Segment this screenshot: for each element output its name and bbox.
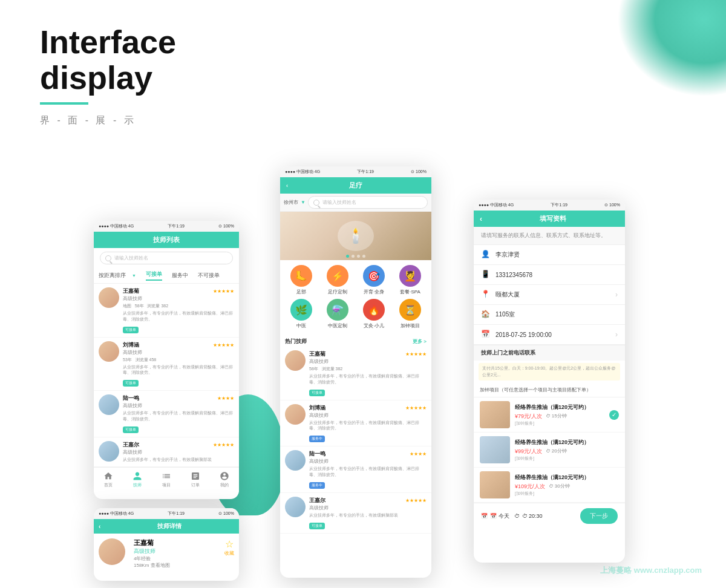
favorite-label: 收藏	[224, 550, 234, 557]
nav-project[interactable]: 项目	[162, 471, 171, 488]
watermark-text: 上海蔓略 www.cnzlapp.com	[600, 566, 702, 575]
hot-info-2: 刘博涵 ★★★★★ 高级技师 从业技师多年，有专业的手法，有效缓解肩背酸痛、淋巴…	[309, 404, 427, 443]
section-more[interactable]: 更多 >	[413, 338, 427, 345]
stats-2: 53年 浏览量 458	[123, 357, 234, 363]
back-icon-4[interactable]: ‹	[99, 523, 100, 530]
hot-level-2: 高级技师	[309, 412, 427, 419]
addon-info-2: 经络养生推油（满120元可约） ¥99元/人次 ⏱ 20分钟 [加钟服务]	[515, 439, 619, 462]
cat-label-6: 艾灸·小儿	[364, 322, 384, 329]
phone1-search[interactable]: 请输入技师姓名	[100, 252, 233, 264]
hot-therapist-3[interactable]: 陆一鸣 ★★★★ 高级技师 从业技师多年，有专业的手法，有效缓解肩背酸痛、淋巴排…	[280, 446, 431, 493]
field-phone[interactable]: 📱 13312345678	[474, 265, 625, 285]
carrier-4: ●●●● 中国移动 4G	[99, 511, 134, 517]
detail-preview: 王嘉菊 高级技师 4年经验 158Km 查看地图 ☆ 收藏	[94, 534, 239, 573]
status-bar-4: ●●●● 中国移动 4G 下午1:19 ⊙ 100%	[94, 508, 239, 519]
age-1: 58年	[135, 304, 144, 308]
phone2-foot-therapy: ●●●● 中国移动 4G 下午1:19 ⊙ 100% ‹ 足疗 ‹ 徐州市 ▼ …	[280, 166, 431, 578]
phone2-categories: 🦶 足部 ⚡ 足疗定制 🎯 开育·全身 💆 套餐·SPA 🌿 中医 ⚗️ 中医定…	[280, 260, 431, 334]
field-room[interactable]: 🏠 1105室	[474, 305, 625, 325]
nav-therapist-label: 技师	[133, 482, 142, 488]
filter-button[interactable]: 按距离排序 ▼	[99, 272, 141, 279]
hot-therapist-1[interactable]: 王嘉菊 ★★★★★ 高级技师 58年 浏览量 382 从业技师多年，有专业的手法…	[280, 347, 431, 400]
therapist-item-2[interactable]: 刘博涵 ★★★★★ 高级技师 53年 浏览量 458 从业技师多年，有专业的手法…	[94, 338, 239, 391]
addon-thumb-1	[480, 401, 510, 428]
therapist-info-3: 陆一鸣 ★★★★ 高级技师 从业技师多年，有专业的手法，有效缓解肩背酸痛、淋巴排…	[123, 394, 234, 433]
phone1-title: 技师列表	[153, 236, 180, 243]
dot-4	[362, 255, 365, 258]
addon-title-1: 经络养生推油（满120元可约）	[515, 403, 609, 411]
cat-spa[interactable]: 💆 套餐·SPA	[394, 265, 427, 295]
phone4-title: 技师详情	[104, 522, 234, 531]
therapist-name-2: 刘博涵	[123, 341, 139, 349]
hot-therapist-4[interactable]: 王嘉尔 ★★★★★ 高级技师 从业技师多年，有专业的手法，有效缓解脑部装 可接单	[280, 493, 431, 534]
addon-item-2[interactable]: 经络养生推油（满120元可约） ¥99元/人次 ⏱ 20分钟 [加钟服务]	[474, 433, 625, 468]
notice-content: 支付共15公里。白天：9:00-19:00。超公里@元2公里，超出公众服务@公里…	[482, 366, 615, 377]
phone3-subtitle: 请填写服务的联系人信息、联系方式、联系地址等。	[474, 227, 625, 245]
hot-section-header: 热门技师 更多 >	[280, 334, 431, 347]
location-1: 地图	[123, 304, 131, 308]
cat-custom[interactable]: ⚡ 足疗定制	[321, 265, 354, 295]
hot-level-4: 高级技师	[309, 505, 427, 511]
phone3-fill-info: ●●●● 中国移动 4G 下午1:19 ⊙ 100% ‹ 填写资料 请填写服务的…	[474, 200, 625, 563]
favorite-section[interactable]: ☆ 收藏	[224, 538, 234, 557]
avatar-1	[99, 287, 119, 308]
hot-name-3: 陆一鸣	[309, 450, 325, 458]
nav-mine[interactable]: 我的	[220, 471, 229, 488]
tab-serving[interactable]: 服务中	[172, 272, 188, 279]
hot-avatar-2	[285, 404, 306, 425]
cat-tcm[interactable]: 🌿 中医	[285, 299, 318, 329]
desc-1: 从业技师多年，有专业的手法，有效缓解肩背酸痛、淋巴排毒、消除疲劳。	[123, 310, 234, 322]
addon-item-3[interactable]: 经络养生推油（满120元可约） ¥109元/人次 ⏱ 30分钟 [加钟服务]	[474, 468, 625, 503]
stars-1: ★★★★★	[213, 289, 234, 294]
field-name[interactable]: 👤 李京津贤	[474, 245, 625, 265]
dot-1	[346, 255, 349, 258]
phone3-title: 填写资料	[487, 214, 619, 223]
cat-icon-custom: ⚡	[327, 265, 348, 287]
battery-1: ⊙ 100%	[218, 224, 234, 229]
cat-label-0: 足部	[296, 289, 306, 295]
hot-therapist-2[interactable]: 刘博涵 ★★★★★ 高级技师 从业技师多年，有专业的手法，有效缓解肩背酸痛、淋巴…	[280, 400, 431, 447]
nav-therapist[interactable]: 技师	[132, 471, 142, 488]
carrier-1: ●●●● 中国移动 4G	[99, 223, 134, 229]
carrier-2: ●●●● 中国移动 4G	[285, 169, 320, 175]
next-step-button[interactable]: 下一步	[580, 508, 618, 524]
watermark: 上海蔓略 www.cnzlapp.com	[600, 565, 702, 576]
nav-order[interactable]: 订单	[191, 471, 200, 488]
back-icon-3[interactable]: ‹	[480, 215, 482, 223]
level-1: 高级技师	[123, 295, 234, 302]
dot-3	[357, 255, 360, 258]
hot-badge-1: 可接单	[309, 390, 325, 396]
nav-home[interactable]: 首页	[103, 471, 113, 488]
tab-available[interactable]: 可接单	[146, 270, 162, 281]
phone2-search[interactable]: 请输入技师姓名	[308, 196, 428, 209]
cat-tcm-custom[interactable]: ⚗️ 中医定制	[321, 299, 354, 329]
hot-avatar-4	[285, 497, 306, 517]
addon-item-1[interactable]: 经络养生推油（满120元可约） ¥79元/人次 ⏱ 15分钟 [加钟服务] ✓	[474, 397, 625, 433]
phone4-header: ‹ 技师详情	[94, 519, 239, 534]
subtitle-chinese: 界 - 面 - 展 - 示	[40, 114, 176, 127]
phone1-technician-list: ●●●● 中国移动 4G 下午1:19 ⊙ 100% 技师列表 请输入技师姓名 …	[94, 221, 239, 499]
addon-price-1: ¥79元/人次	[515, 413, 542, 420]
carrier-3: ●●●● 中国移动 4G	[479, 202, 514, 208]
therapist-item-3[interactable]: 陆一鸣 ★★★★ 高级技师 从业技师多年，有专业的手法，有效缓解肩背酸痛、淋巴排…	[94, 391, 239, 437]
cat-addon[interactable]: ⏳ 加钟项目	[394, 299, 427, 329]
field-time[interactable]: 📅 2018-07-25 19:00:00 ›	[474, 325, 625, 345]
hot-level-3: 高级技师	[309, 458, 427, 465]
deco-blob-top-right	[617, 0, 726, 97]
addon-title-text: 加钟项目（可任意选择一个项目与主项目搭配下单）	[480, 387, 591, 393]
detail-name: 王嘉菊	[134, 538, 224, 547]
status-bar-2: ●●●● 中国移动 4G 下午1:19 ⊙ 100%	[280, 166, 431, 177]
cat-label-5: 中医定制	[328, 322, 347, 329]
cat-foot[interactable]: 🦶 足部	[285, 265, 318, 295]
location-text-2[interactable]: 徐州市	[284, 199, 298, 206]
tab-unavailable[interactable]: 不可接单	[198, 272, 220, 279]
cat-moxibustion[interactable]: 🔥 艾灸·小儿	[358, 299, 390, 329]
cat-body[interactable]: 🎯 开育·全身	[358, 265, 390, 295]
therapist-item-1[interactable]: 王嘉菊 ★★★★★ 高级技师 地图 58年 浏览量 382 从业技师多年，有专业…	[94, 284, 239, 338]
addon-thumb-3	[480, 471, 510, 498]
addon-title-3: 经络养生推油（满120元可约）	[515, 474, 619, 482]
field-address[interactable]: 📍 颐都大厦 ›	[474, 285, 625, 305]
therapist-item-4[interactable]: 王嘉尔 ★★★★★ 高级技师 从业技师多年，有专业的手法，有效缓解脑部装	[94, 437, 239, 467]
time-3: 下午1:19	[551, 202, 567, 208]
notice-text: 支付共15公里。白天：9:00-19:00。超公里@元2公里，超出公众服务@公里…	[479, 363, 620, 381]
